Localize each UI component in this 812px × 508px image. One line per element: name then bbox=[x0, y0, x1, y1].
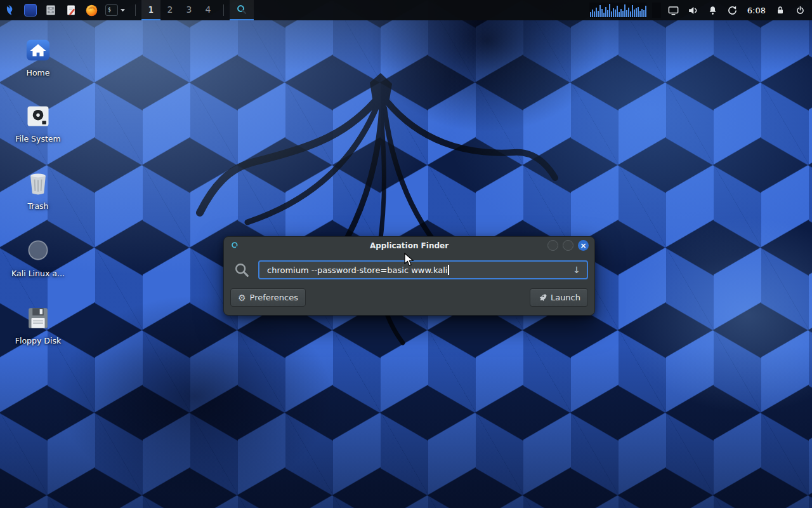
launch-button[interactable]: Launch bbox=[530, 288, 588, 307]
cpu-bar bbox=[615, 10, 616, 17]
search-input-value: chromium --password-store=basic www.kali bbox=[267, 265, 447, 275]
close-icon: × bbox=[580, 242, 586, 250]
file-manager-launcher[interactable] bbox=[41, 0, 61, 20]
log-out-button[interactable] bbox=[793, 3, 807, 18]
monitor-spacer bbox=[652, 3, 661, 18]
desktop-icon-home[interactable]: Home bbox=[9, 36, 67, 77]
display-settings-button[interactable] bbox=[667, 3, 681, 18]
desktop-icon-label: Floppy Disk bbox=[9, 336, 67, 345]
app-finder-window-icon bbox=[231, 241, 240, 250]
launch-label: Launch bbox=[551, 293, 580, 302]
workspace-2-button[interactable]: 2 bbox=[160, 0, 180, 20]
entry-dropdown-arrow[interactable]: ↓ bbox=[572, 265, 582, 275]
cpu-bar bbox=[638, 7, 639, 18]
workspace-1-label: 1 bbox=[148, 4, 154, 15]
terminal-launcher[interactable]: $ bbox=[102, 0, 129, 20]
lock-icon bbox=[775, 5, 785, 15]
cpu-bar bbox=[592, 10, 593, 17]
kali-volume-icon bbox=[24, 237, 52, 264]
trash-icon bbox=[24, 170, 52, 197]
file-system-icon bbox=[24, 103, 52, 130]
cpu-bar bbox=[628, 8, 629, 17]
desktop-icon-floppy-disk[interactable]: Floppy Disk bbox=[9, 304, 67, 345]
cpu-bar bbox=[636, 8, 637, 17]
gear-icon: ⚙ bbox=[238, 293, 246, 303]
updates-icon bbox=[727, 5, 738, 16]
application-finder-window: Application Finder × chromium --password… bbox=[223, 236, 595, 316]
cpu-bar bbox=[601, 9, 603, 17]
volume-button[interactable] bbox=[686, 3, 700, 18]
button-row: ⚙ Preferences Launch bbox=[224, 279, 594, 307]
cpu-bar bbox=[620, 9, 622, 17]
firefox-launcher[interactable] bbox=[81, 0, 102, 20]
panel-separator bbox=[135, 4, 136, 16]
window-title: Application Finder bbox=[370, 241, 449, 250]
desktop-icon-file-system[interactable]: File System bbox=[9, 102, 67, 144]
cpu-bar bbox=[641, 9, 643, 17]
desktop-icon-label: File System bbox=[9, 134, 67, 144]
workspace-1-button[interactable]: 1 bbox=[141, 0, 160, 20]
desktop-icon-kali-volume[interactable]: Kali Linux a... bbox=[9, 236, 67, 278]
close-button[interactable]: × bbox=[578, 240, 589, 251]
updates-button[interactable] bbox=[726, 3, 740, 18]
volume-icon bbox=[687, 4, 699, 17]
launch-icon bbox=[537, 293, 547, 302]
desktop-icon-label: Trash bbox=[9, 201, 67, 211]
desktop-icon-trash[interactable]: Trash bbox=[9, 169, 67, 211]
top-panel: $ 1 2 3 4 bbox=[0, 0, 812, 20]
chevron-down-icon bbox=[120, 8, 126, 12]
cpu-bar bbox=[611, 11, 612, 17]
applications-menu-button[interactable] bbox=[0, 0, 20, 20]
workspace-2-label: 2 bbox=[167, 4, 173, 15]
preferences-label: Preferences bbox=[250, 293, 298, 302]
home-icon bbox=[23, 37, 53, 64]
cpu-bar bbox=[607, 10, 608, 17]
app-finder-task-button[interactable] bbox=[230, 0, 254, 20]
panel-separator bbox=[223, 4, 224, 16]
text-editor-icon bbox=[65, 4, 77, 17]
cpu-bar bbox=[598, 11, 599, 17]
cpu-bar bbox=[619, 12, 620, 17]
cpu-bar bbox=[594, 11, 595, 17]
cpu-bar bbox=[626, 10, 627, 17]
cpu-bar bbox=[609, 4, 610, 17]
cpu-bar bbox=[622, 11, 624, 17]
lock-screen-button[interactable] bbox=[773, 3, 787, 18]
cpu-bar bbox=[596, 8, 597, 17]
workspace-4-button[interactable]: 4 bbox=[199, 0, 218, 20]
desktop-icon-label: Home bbox=[9, 68, 67, 77]
cpu-bar bbox=[590, 12, 591, 17]
cpu-bar bbox=[634, 10, 635, 17]
desktop-icon-label: Kali Linux a... bbox=[9, 269, 67, 278]
search-input[interactable]: chromium --password-store=basic www.kali… bbox=[258, 260, 588, 279]
cpu-bar bbox=[632, 5, 633, 17]
search-row: chromium --password-store=basic www.kali… bbox=[224, 255, 594, 279]
cpu-bar bbox=[603, 13, 605, 17]
cpu-bar bbox=[605, 7, 606, 18]
terminal-icon: $ bbox=[105, 4, 118, 16]
workspace-3-button[interactable]: 3 bbox=[180, 0, 199, 20]
files-app-icon bbox=[24, 4, 37, 17]
cpu-bar bbox=[645, 6, 646, 17]
bell-icon bbox=[707, 5, 718, 16]
system-tray: 6:08 bbox=[589, 3, 812, 18]
cpu-graph[interactable] bbox=[589, 3, 646, 18]
file-cabinet-icon bbox=[44, 4, 57, 17]
cpu-bar bbox=[613, 8, 614, 17]
maximize-button[interactable] bbox=[563, 240, 573, 251]
minimize-button[interactable] bbox=[547, 240, 558, 251]
text-editor-launcher[interactable] bbox=[61, 0, 81, 20]
cpu-bar bbox=[643, 10, 645, 17]
cpu-bar bbox=[599, 5, 601, 17]
text-caret bbox=[448, 265, 449, 275]
files-app-launcher[interactable] bbox=[20, 0, 41, 20]
floppy-disk-icon bbox=[25, 305, 51, 331]
notifications-button[interactable] bbox=[706, 3, 720, 18]
window-controls: × bbox=[547, 240, 589, 251]
window-titlebar[interactable]: Application Finder × bbox=[224, 237, 594, 255]
cpu-bar bbox=[630, 11, 631, 17]
display-icon bbox=[667, 4, 679, 17]
preferences-button[interactable]: ⚙ Preferences bbox=[230, 288, 306, 307]
clock[interactable]: 6:08 bbox=[747, 6, 766, 15]
kali-menu-icon bbox=[3, 3, 17, 17]
